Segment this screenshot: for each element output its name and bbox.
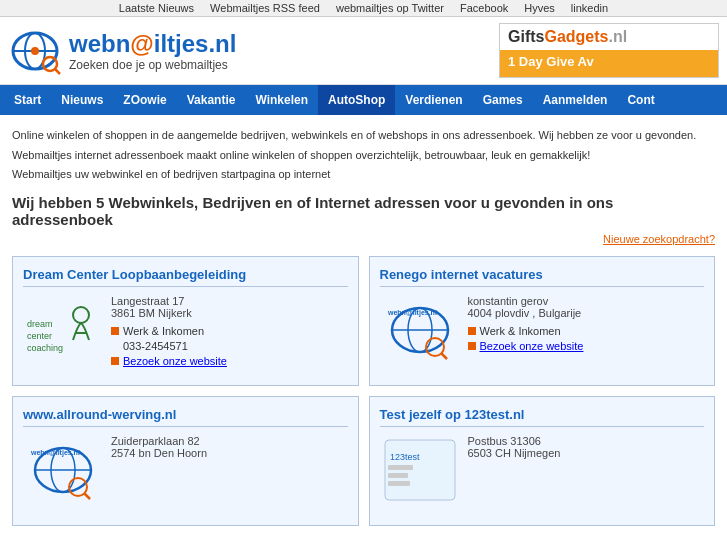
card-address-4: Postbus 313066503 CH Nijmegen bbox=[468, 435, 705, 459]
card-title-3[interactable]: www.allround-werving.nl bbox=[23, 407, 348, 427]
logo-title: webn@iltjes.nl bbox=[69, 30, 236, 58]
svg-text:center: center bbox=[27, 331, 52, 341]
card-addr1-4: Postbus 31306 bbox=[468, 435, 705, 447]
card-address-1: Langestraat 173861 BM Nijkerk bbox=[111, 295, 348, 319]
card-addr1-1: Langestraat 17 bbox=[111, 295, 348, 307]
nav-item-cont[interactable]: Cont bbox=[617, 85, 664, 115]
svg-text:webn@iltjes.nl: webn@iltjes.nl bbox=[30, 449, 80, 457]
nav-item-aanmelden[interactable]: Aanmelden bbox=[533, 85, 618, 115]
result-card-2: Renego internet vacatures webn@iltjes.nl… bbox=[369, 256, 716, 386]
card-phone-1: 033-2454571 bbox=[111, 340, 348, 352]
svg-point-9 bbox=[73, 307, 89, 323]
topbar-link-laatste-nieuws[interactable]: Laatste Nieuws bbox=[119, 2, 194, 14]
card-info-2: konstantin gerov4004 plovdiv , Bulgarije… bbox=[468, 295, 705, 352]
ad-nl: .nl bbox=[608, 28, 627, 45]
card-info-4: Postbus 313066503 CH Nijmegen bbox=[468, 435, 705, 465]
topbar-link-hyves[interactable]: Hyves bbox=[524, 2, 555, 14]
card-tag-2: Werk & Inkomen bbox=[468, 325, 705, 337]
card-addr2-2: 4004 plovdiv , Bulgarije bbox=[468, 307, 705, 319]
nav-item-vakantie[interactable]: Vakantie bbox=[177, 85, 246, 115]
card-title-4[interactable]: Test jezelf op 123test.nl bbox=[380, 407, 705, 427]
card-logo-1: dream center coaching bbox=[23, 295, 103, 365]
card-body-2: webn@iltjes.nl konstantin gerov4004 plov… bbox=[380, 295, 705, 365]
card-addr2-1: 3861 BM Nijkerk bbox=[111, 307, 348, 319]
card-address-2: konstantin gerov4004 plovdiv , Bulgarije bbox=[468, 295, 705, 319]
svg-text:dream: dream bbox=[27, 319, 53, 329]
results-grid: Dream Center Loopbaanbegeleiding dream c… bbox=[12, 256, 715, 526]
nav-item-winkelen[interactable]: Winkelen bbox=[245, 85, 318, 115]
ad-banner[interactable]: GiftsGadgets.nl 1 Day Give Av bbox=[499, 23, 719, 78]
topbar-link-facebook[interactable]: Facebook bbox=[460, 2, 508, 14]
topbar-link-twitter[interactable]: webmailtjes op Twitter bbox=[336, 2, 444, 14]
card-visit-1[interactable]: Bezoek onze website bbox=[111, 355, 348, 367]
ad-banner-bottom: 1 Day Give Av bbox=[500, 50, 718, 77]
card-addr1-2: konstantin gerov bbox=[468, 295, 705, 307]
nav-item-zoowie[interactable]: ZOowie bbox=[113, 85, 176, 115]
logo-subtitle: Zoeken doe je op webmailtjes bbox=[69, 58, 236, 72]
intro-line3: Webmailtjes uw webwinkel en of bedrijven… bbox=[12, 166, 715, 184]
svg-text:coaching: coaching bbox=[27, 343, 63, 353]
svg-text:123test: 123test bbox=[390, 452, 420, 462]
nav-item-games[interactable]: Games bbox=[473, 85, 533, 115]
logo-part2: iltjes.nl bbox=[154, 30, 237, 57]
svg-line-5 bbox=[55, 69, 60, 74]
card-title-2[interactable]: Renego internet vacatures bbox=[380, 267, 705, 287]
ad-gifts: Gifts bbox=[508, 28, 544, 45]
card-body-3: webn@iltjes.nl Zuiderparklaan 822574 bn … bbox=[23, 435, 348, 505]
card-info-1: Langestraat 173861 BM NijkerkWerk & Inko… bbox=[111, 295, 348, 367]
card-addr2-4: 6503 CH Nijmegen bbox=[468, 447, 705, 459]
svg-point-3 bbox=[31, 47, 39, 55]
card-addr2-3: 2574 bn Den Hoorn bbox=[111, 447, 348, 459]
nav-item-autoshop[interactable]: AutoShop bbox=[318, 85, 395, 115]
results-heading: Wij hebben 5 Webwinkels, Bedrijven en of… bbox=[12, 194, 715, 228]
logo-part1: webn bbox=[69, 30, 130, 57]
main: Online winkelen of shoppen in de aangeme… bbox=[0, 115, 727, 538]
header: webn@iltjes.nl Zoeken doe je op webmailt… bbox=[0, 17, 727, 85]
card-body-1: dream center coaching Langestraat 173861… bbox=[23, 295, 348, 367]
svg-text:webn@iltjes.nl: webn@iltjes.nl bbox=[387, 309, 437, 317]
top-bar: Laatste NieuwsWebmailtjes RSS feedwebmai… bbox=[0, 0, 727, 17]
logo-text-area: webn@iltjes.nl Zoeken doe je op webmailt… bbox=[69, 30, 236, 72]
logo-icon bbox=[8, 26, 63, 76]
card-info-3: Zuiderparklaan 822574 bn Den Hoorn bbox=[111, 435, 348, 465]
topbar-link-linkedin[interactable]: linkedin bbox=[571, 2, 608, 14]
nav-item-nieuws[interactable]: Nieuws bbox=[51, 85, 113, 115]
intro-line1: Online winkelen of shoppen in de aangeme… bbox=[12, 127, 715, 145]
card-logo-4: 123test bbox=[380, 435, 460, 505]
svg-rect-27 bbox=[388, 481, 410, 486]
intro-text: Online winkelen of shoppen in de aangeme… bbox=[12, 127, 715, 184]
card-logo-2: webn@iltjes.nl bbox=[380, 295, 460, 365]
card-body-4: 123test Postbus 313066503 CH Nijmegen bbox=[380, 435, 705, 505]
ad-gadgets: Gadgets bbox=[544, 28, 608, 45]
card-tag-1: Werk & Inkomen bbox=[111, 325, 348, 337]
card-visit-link-1[interactable]: Bezoek onze website bbox=[123, 355, 227, 367]
card-addr1-3: Zuiderparklaan 82 bbox=[111, 435, 348, 447]
ad-banner-top: GiftsGadgets.nl bbox=[500, 24, 718, 50]
result-card-3: www.allround-werving.nl webn@iltjes.nl Z… bbox=[12, 396, 359, 526]
nav: StartNieuwsZOowieVakantieWinkelenAutoSho… bbox=[0, 85, 727, 115]
svg-line-21 bbox=[84, 493, 90, 499]
logo-at: @ bbox=[130, 30, 153, 57]
svg-rect-25 bbox=[388, 465, 413, 470]
nav-item-start[interactable]: Start bbox=[4, 85, 51, 115]
result-card-4: Test jezelf op 123test.nl 123test Postbu… bbox=[369, 396, 716, 526]
result-card-1: Dream Center Loopbaanbegeleiding dream c… bbox=[12, 256, 359, 386]
svg-line-15 bbox=[441, 353, 447, 359]
card-logo-3: webn@iltjes.nl bbox=[23, 435, 103, 505]
new-search-anchor[interactable]: Nieuwe zoekopdracht? bbox=[603, 233, 715, 245]
nav-item-verdienen[interactable]: Verdienen bbox=[395, 85, 472, 115]
card-visit-link-2[interactable]: Bezoek onze website bbox=[480, 340, 584, 352]
svg-rect-26 bbox=[388, 473, 408, 478]
topbar-link-rss-feed[interactable]: Webmailtjes RSS feed bbox=[210, 2, 320, 14]
card-visit-2[interactable]: Bezoek onze website bbox=[468, 340, 705, 352]
new-search-link: Nieuwe zoekopdracht? bbox=[12, 232, 715, 246]
card-title-1[interactable]: Dream Center Loopbaanbegeleiding bbox=[23, 267, 348, 287]
intro-line2: Webmailtjes internet adressenboek maakt … bbox=[12, 147, 715, 165]
logo-area: webn@iltjes.nl Zoeken doe je op webmailt… bbox=[8, 26, 236, 76]
card-address-3: Zuiderparklaan 822574 bn Den Hoorn bbox=[111, 435, 348, 459]
